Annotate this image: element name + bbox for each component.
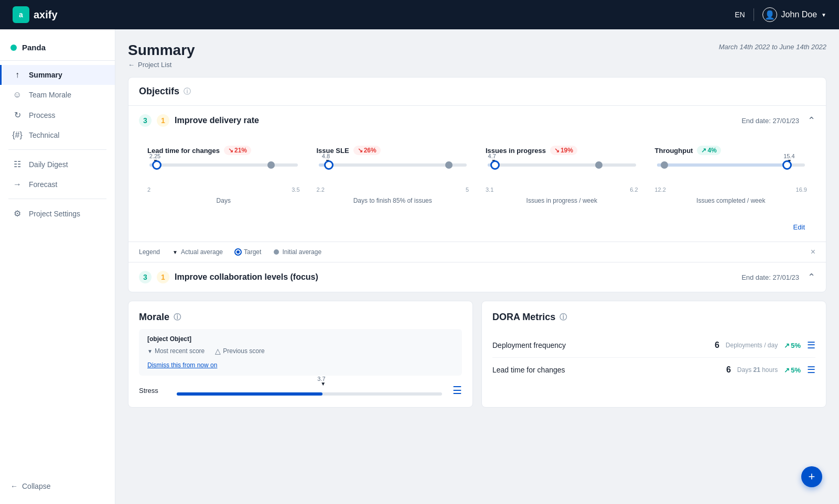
technical-icon: {#} (12, 130, 23, 140)
dora-lead-time-value: 6 (726, 365, 731, 375)
slider-track-3 (657, 163, 805, 167)
breadcrumb[interactable]: ← Project List (128, 61, 195, 69)
layout: Panda ↑ Summary ☺ Team Morale ↻ Process … (0, 0, 839, 504)
metric-issue-sle-slider[interactable]: 4.8 ▼ (317, 163, 469, 184)
dora-info-icon[interactable]: ⓘ (560, 313, 567, 322)
fab-add-button[interactable]: + (801, 466, 822, 487)
sidebar-bottom: ← Collapse (0, 477, 115, 504)
metric-issues-in-progress: Issues in progress ↘ 19% 4.7 ▼ (477, 139, 647, 211)
dora-lead-time-name: Lead time for changes (492, 366, 565, 374)
edit-button[interactable]: Edit (139, 221, 815, 237)
sidebar-item-summary[interactable]: ↑ Summary (0, 65, 115, 85)
actual-average-arrow-icon: ▼ (173, 249, 178, 255)
dora-deployment-name: Deployment frequency (492, 341, 566, 349)
brand-name: axify (34, 9, 58, 21)
metric-issue-sle-unit: Days to finish 85% of issues (317, 197, 469, 204)
slider-thumb-blue-1[interactable] (324, 160, 334, 170)
sidebar-item-process[interactable]: ↻ Process (0, 105, 115, 125)
slider-track-1 (319, 163, 467, 167)
dora-lead-time-right: 6 Days 21 hours ↗ 5% ☰ (726, 364, 815, 376)
stress-track (177, 392, 442, 396)
sidebar-item-project-settings[interactable]: ⚙ Project Settings (0, 203, 115, 224)
dora-row-deployment: Deployment frequency 6 Deployments / day… (492, 333, 815, 358)
metric-issues-in-progress-unit: Issues in progress / week (486, 197, 638, 204)
objective-2-header[interactable]: 3 1 Improve collaboration levels (focus)… (128, 262, 826, 292)
sidebar-item-forecast[interactable]: → Forecast (0, 174, 115, 194)
morale-legend-section: [object Object] ▼ Most recent score △ Pr… (139, 329, 462, 376)
language-selector[interactable]: EN (735, 10, 745, 19)
legend-initial-average-label: Initial average (282, 248, 321, 256)
objective-2-chevron-icon[interactable]: ⌃ (808, 271, 815, 283)
dora-lead-time-unit: Days 21 hours (737, 366, 778, 374)
initial-average-dot-icon (274, 249, 279, 255)
slider-thumb-blue-2[interactable] (490, 160, 500, 170)
metric-throughput-change: ↗ 4% (697, 146, 720, 155)
slider-thumb-grey-1 (445, 161, 453, 169)
slider-track-2 (488, 163, 636, 167)
dora-deployment-change-icon: ↗ (784, 342, 790, 349)
sidebar-divider-2 (8, 199, 106, 199)
objective-2-title: Improve collaboration levels (focus) (175, 272, 318, 282)
date-range: March 14th 2022 to June 14th 2022 (719, 42, 826, 51)
project-name: Panda (22, 43, 46, 52)
main-content: Summary ← Project List March 14th 2022 t… (115, 29, 839, 504)
metric-lead-time-slider[interactable]: 2.25 ▼ (147, 163, 300, 184)
project-status-dot (10, 45, 17, 51)
morale-info-icon[interactable]: ⓘ (174, 313, 181, 322)
collapse-button[interactable]: ← Collapse (0, 477, 115, 496)
sidebar-label-process: Process (29, 111, 56, 119)
navbar: a axify EN 👤 John Doe ▼ (0, 0, 839, 29)
sidebar-label-technical: Technical (29, 131, 59, 139)
most-recent-label: Most recent score (155, 347, 205, 355)
morale-card: Morale ⓘ [object Object] ▼ Most recent s… (128, 301, 473, 408)
metric-issue-sle-range: 2.2 5 (317, 187, 469, 193)
sidebar-label-settings: Project Settings (29, 210, 80, 218)
objectifs-info-icon[interactable]: ⓘ (184, 87, 191, 96)
breadcrumb-label: Project List (138, 61, 171, 69)
stress-bar-container: 3.7 ▼ (177, 385, 442, 396)
metric-issues-in-progress-slider[interactable]: 4.7 ▼ (486, 163, 638, 184)
stress-row: Stress 3.7 ▼ ☰ (139, 384, 462, 397)
metric-lead-time: Lead time for changes ↘ 21% 2.25 ▼ (139, 139, 308, 211)
morale-legend-title: [object Object] (147, 335, 454, 343)
objective-1-header[interactable]: 3 1 Improve delivery rate End date: 27/0… (128, 106, 826, 135)
sidebar-item-daily-digest[interactable]: ☷ Daily Digest (0, 154, 115, 174)
user-avatar-icon: 👤 (762, 7, 777, 22)
daily-digest-icon: ☷ (12, 159, 23, 169)
collapse-label: Collapse (22, 482, 50, 490)
dora-lead-time-chart-icon[interactable]: ☰ (807, 364, 815, 376)
morale-title: Morale ⓘ (139, 312, 462, 323)
brand-icon: a (13, 6, 29, 23)
objective-2-badge-yellow: 1 (157, 271, 169, 283)
metric-throughput-slider[interactable]: 15.4 ▼ (655, 163, 808, 184)
slider-thumb-grey-0 (267, 161, 275, 169)
objective-1-chevron-icon[interactable]: ⌃ (808, 115, 815, 126)
sidebar-item-team-morale[interactable]: ☺ Team Morale (0, 85, 115, 105)
dora-deployment-value: 6 (715, 341, 719, 350)
slider-thumb-blue-3[interactable] (782, 160, 792, 170)
collapse-icon: ← (10, 482, 18, 490)
legend-close-button[interactable]: × (811, 247, 815, 257)
metric-issues-in-progress-label: Issues in progress ↘ 19% (486, 146, 638, 155)
previous-score-label: Previous score (223, 347, 264, 355)
slider-thumb-grey-3 (661, 161, 668, 169)
metric-throughput-unit: Issues completed / week (655, 197, 808, 204)
dora-lead-time-change-icon: ↗ (784, 366, 790, 374)
dora-lead-time-change: ↗ 5% (784, 366, 801, 374)
dora-row-lead-time: Lead time for changes 6 Days 21 hours ↗ … (492, 358, 815, 382)
user-menu[interactable]: 👤 John Doe ▼ (762, 7, 826, 22)
morale-legend-items: ▼ Most recent score △ Previous score (147, 347, 454, 355)
stress-chart-icon[interactable]: ☰ (453, 384, 462, 397)
metric-lead-time-unit: Days (147, 197, 300, 204)
page-header: Summary ← Project List March 14th 2022 t… (128, 42, 826, 69)
dismiss-link[interactable]: Dismiss this from now on (147, 361, 217, 369)
dora-deployment-chart-icon[interactable]: ☰ (807, 339, 815, 351)
slider-thumb-blue-0[interactable] (152, 160, 162, 170)
page-title: Summary (128, 42, 195, 59)
metric-lead-time-range: 2 3.5 (147, 187, 300, 193)
sidebar-item-technical[interactable]: {#} Technical (0, 125, 115, 145)
objective-1-header-right: End date: 27/01/23 ⌃ (741, 115, 815, 126)
metric-issue-sle: Issue SLE ↘ 26% 4.8 ▼ (308, 139, 478, 211)
settings-icon: ⚙ (12, 209, 23, 218)
legend-title: Legend (139, 248, 160, 256)
